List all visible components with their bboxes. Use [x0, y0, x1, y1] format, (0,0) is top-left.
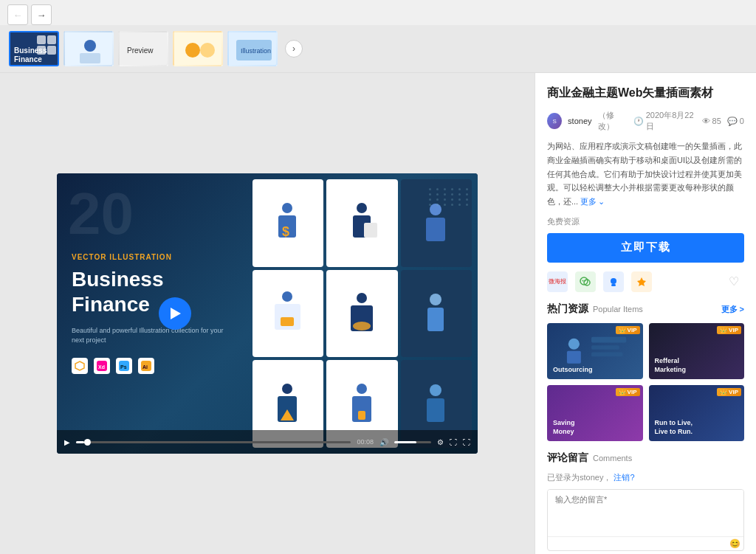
ps-icon: Ps	[116, 358, 132, 374]
hot-item-2[interactable]: 👑VIP RefferalMarketing	[649, 323, 745, 379]
hot-item-2-label: RefferalMarketing	[655, 357, 687, 374]
hot-item-1[interactable]: 👑VIP Outsourcing	[547, 323, 643, 379]
hot-item-1-label: Outsourcing	[553, 366, 593, 375]
wechat-icon	[580, 276, 591, 288]
weibo-share-button[interactable]: 微海报	[547, 271, 568, 292]
comment-footer: 😊	[548, 536, 743, 550]
avatar: S	[547, 113, 562, 129]
thumbnail-next-button[interactable]: ›	[285, 40, 303, 58]
free-badge: 免费资源	[547, 216, 744, 227]
thumbnail-item-1[interactable]: Business Finance	[9, 31, 59, 66]
svg-marker-18	[75, 361, 84, 370]
svg-rect-5	[37, 46, 46, 55]
thumbnail-item-3[interactable]: Preview	[118, 31, 168, 66]
svg-rect-54	[611, 284, 616, 286]
svg-rect-60	[591, 352, 623, 356]
emoji-button[interactable]: 😊	[729, 539, 740, 549]
svg-rect-6	[47, 46, 56, 55]
hot-resources-more-link[interactable]: 更多 >	[721, 304, 744, 315]
time-display: 00:08	[357, 438, 374, 446]
resource-title: 商业金融主题Web矢量插画素材	[547, 85, 744, 101]
video-subtitle: VECTOR ILLUSTRATION	[72, 253, 232, 261]
vip-badge-1: 👑VIP	[616, 326, 640, 334]
comments-title: 评论留言 Comments	[547, 451, 744, 465]
volume-icon[interactable]: 🔊	[379, 438, 388, 446]
progress-bar[interactable]	[76, 441, 351, 443]
chevron-down-icon: ⌄	[598, 195, 605, 209]
thumbnail-item-5[interactable]: Illustration	[227, 31, 278, 66]
hot-item-3-label: SavingMoney	[553, 419, 575, 436]
grid-cell-5	[326, 270, 398, 358]
date-item: 🕐 2020年8月22日	[633, 110, 696, 132]
vip-badge-2: 👑VIP	[717, 326, 741, 334]
grid-cell-4	[252, 270, 324, 358]
eye-icon: 👁	[702, 117, 710, 125]
thumbnail-item-4[interactable]	[173, 31, 223, 66]
volume-bar[interactable]	[394, 441, 431, 443]
qzone-share-button[interactable]	[631, 271, 652, 292]
settings-icon[interactable]: ⚙	[437, 438, 444, 446]
svg-rect-40	[427, 308, 444, 331]
svg-rect-57	[567, 351, 581, 364]
fullscreen-icon[interactable]: ⛶	[463, 438, 470, 446]
comments-meta-count: 0	[740, 117, 744, 125]
svg-rect-9	[80, 53, 100, 63]
vip-badge-3: 👑VIP	[616, 388, 640, 396]
video-right-panel: $	[247, 173, 478, 454]
svg-text:Preview: Preview	[127, 46, 154, 55]
svg-point-13	[185, 43, 200, 58]
pip-icon[interactable]: ⛶	[450, 438, 457, 446]
views-item: 👁 85	[702, 117, 721, 125]
back-button[interactable]: ←	[7, 4, 28, 25]
nav-bar: ← →	[0, 0, 756, 25]
svg-point-36	[357, 293, 367, 303]
download-button[interactable]: 立即下载	[547, 233, 744, 263]
play-button[interactable]	[159, 297, 191, 330]
play-triangle-icon	[171, 308, 181, 319]
weibo-label: 微海报	[549, 277, 566, 285]
video-description: Beautiful and powerful Illustration coll…	[72, 326, 232, 346]
qzone-icon	[636, 276, 647, 288]
comment-input[interactable]	[548, 490, 743, 534]
forward-button[interactable]: →	[31, 4, 52, 25]
svg-rect-4	[47, 35, 56, 44]
svg-point-8	[84, 40, 96, 52]
svg-point-39	[430, 294, 441, 305]
hot-item-4[interactable]: 👑VIP Run to Live,Live to Run.	[649, 385, 745, 441]
wechat-share-button[interactable]	[575, 271, 596, 292]
author-name: stoney	[568, 117, 591, 125]
video-player: 20 VECTOR ILLUSTRATION Business Financ	[57, 173, 478, 454]
hot-resources-grid: 👑VIP Outsourcing	[547, 323, 744, 441]
svg-point-14	[200, 43, 215, 58]
hot-item-3[interactable]: 👑VIP SavingMoney	[547, 385, 643, 441]
dots-decoration	[429, 188, 470, 206]
svg-rect-46	[358, 411, 365, 420]
progress-fill	[76, 441, 84, 443]
author-row: S stoney （修改） 🕐 2020年8月22日 👁 85 💬 0	[547, 110, 744, 132]
svg-text:Illustration: Illustration	[241, 47, 271, 55]
video-area: 20 VECTOR ILLUSTRATION Business Financ	[0, 73, 535, 554]
svg-text:Finance: Finance	[14, 55, 42, 63]
logout-link[interactable]: 注销?	[614, 473, 634, 482]
svg-point-44	[357, 384, 367, 394]
thumbnail-item-2[interactable]	[63, 31, 114, 66]
svg-marker-55	[637, 277, 646, 286]
qq-share-button[interactable]	[603, 271, 624, 292]
svg-rect-59	[591, 345, 619, 350]
main-content: 20 VECTOR ILLUSTRATION Business Financ	[0, 73, 756, 554]
comments-meta-item: 💬 0	[727, 117, 744, 126]
svg-point-56	[568, 339, 580, 350]
hot-resources-title: 热门资源 Popular Items 更多 >	[547, 302, 744, 316]
video-tool-icons: Xd Ps Ai	[72, 358, 232, 374]
video-big-number: 20	[68, 184, 134, 243]
progress-dot	[84, 439, 91, 446]
hot-item-4-label: Run to Live,Live to Run.	[655, 419, 693, 436]
video-title: Business Finance	[72, 267, 232, 316]
play-pause-button[interactable]: ▶	[64, 438, 70, 446]
svg-text:$: $	[282, 224, 289, 239]
grid-cell-1: $	[252, 179, 324, 267]
more-link[interactable]: 更多 ⌄	[580, 195, 605, 209]
like-button[interactable]: ♡	[724, 271, 744, 292]
login-prompt: 已登录为stoney， 注销?	[547, 472, 744, 483]
svg-text:Ps: Ps	[120, 364, 127, 370]
